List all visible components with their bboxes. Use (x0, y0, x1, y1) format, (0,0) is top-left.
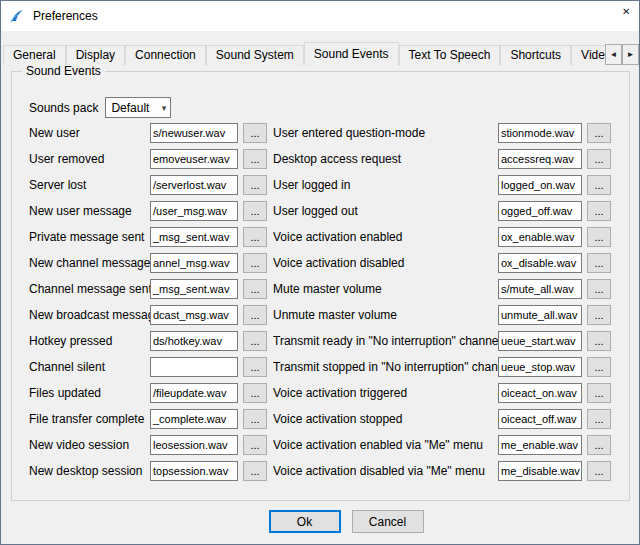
sound-file-input[interactable]: _msg_sent.wav (150, 227, 238, 247)
tab-general[interactable]: General (3, 45, 66, 65)
sound-event-row: Voice activation triggered oiceact_on.wa… (273, 380, 611, 406)
sound-file-input[interactable]: unmute_all.wav (498, 305, 582, 325)
sound-file-input[interactable]: me_enable.wav (498, 435, 582, 455)
sound-event-row: Server lost /serverlost.wav ... (29, 172, 267, 198)
browse-button[interactable]: ... (243, 123, 267, 143)
sound-event-row: User entered question-mode stionmode.wav… (273, 120, 611, 146)
browse-button[interactable]: ... (243, 435, 267, 455)
sound-event-label: Voice activation disabled via "Me" menu (273, 464, 498, 478)
sound-file-input[interactable]: ds/hotkey.wav (150, 331, 238, 351)
browse-button[interactable]: ... (243, 253, 267, 273)
sounds-pack-select[interactable]: Default ▾ (105, 97, 171, 118)
sound-event-label: Private message sent (29, 230, 150, 244)
browse-button[interactable]: ... (587, 357, 611, 377)
sound-file-input[interactable]: oiceact_on.wav (498, 383, 582, 403)
tab-bar: General Display Connection Sound System … (3, 42, 639, 65)
sound-file-input[interactable]: annel_msg.wav (150, 253, 238, 273)
sound-event-row: File transfer complete _complete.wav ... (29, 406, 267, 432)
browse-button[interactable]: ... (243, 409, 267, 429)
dialog-footer: Ok Cancel (1, 510, 639, 533)
tab-scroll-right-icon[interactable]: ► (622, 44, 639, 65)
sound-event-row: Hotkey pressed ds/hotkey.wav ... (29, 328, 267, 354)
sound-file-input[interactable]: s/newuser.wav (150, 123, 238, 143)
tab-shortcuts[interactable]: Shortcuts (500, 45, 571, 65)
sound-event-row: Voice activation enabled ox_enable.wav .… (273, 224, 611, 250)
browse-button[interactable]: ... (243, 201, 267, 221)
tab-display[interactable]: Display (66, 45, 125, 65)
sound-file-input[interactable]: ox_disable.wav (498, 253, 582, 273)
browse-button[interactable]: ... (243, 149, 267, 169)
sound-events-column-left: New user s/newuser.wav ... User removed … (29, 120, 267, 484)
browse-button[interactable]: ... (243, 357, 267, 377)
browse-button[interactable]: ... (587, 383, 611, 403)
sound-file-input[interactable]: stionmode.wav (498, 123, 582, 143)
sound-file-input[interactable]: ox_enable.wav (498, 227, 582, 247)
sound-file-input[interactable]: s/mute_all.wav (498, 279, 582, 299)
sound-file-input[interactable]: logged_on.wav (498, 175, 582, 195)
sound-event-row: User logged out ogged_off.wav ... (273, 198, 611, 224)
sound-event-row: New channel message annel_msg.wav ... (29, 250, 267, 276)
sound-event-row: New broadcast message dcast_msg.wav ... (29, 302, 267, 328)
sound-file-input[interactable] (150, 357, 238, 377)
browse-button[interactable]: ... (587, 461, 611, 481)
sound-file-input[interactable]: leosession.wav (150, 435, 238, 455)
sound-file-input[interactable]: emoveuser.wav (150, 149, 238, 169)
browse-button[interactable]: ... (243, 305, 267, 325)
sound-event-row: Channel silent ... (29, 354, 267, 380)
sound-file-input[interactable]: oiceact_off.wav (498, 409, 582, 429)
sound-event-row: Voice activation disabled via "Me" menu … (273, 458, 611, 484)
tab-label: Sound System (216, 48, 294, 62)
sound-event-row: New user s/newuser.wav ... (29, 120, 267, 146)
browse-button[interactable]: ... (243, 175, 267, 195)
browse-button[interactable]: ... (587, 227, 611, 247)
sound-event-row: Files updated /fileupdate.wav ... (29, 380, 267, 406)
browse-button[interactable]: ... (587, 409, 611, 429)
sound-file-input[interactable]: _msg_sent.wav (150, 279, 238, 299)
sound-file-input[interactable]: /fileupdate.wav (150, 383, 238, 403)
sound-event-row: New video session leosession.wav ... (29, 432, 267, 458)
browse-button[interactable]: ... (587, 435, 611, 455)
cancel-button[interactable]: Cancel (352, 510, 424, 533)
tab-connection[interactable]: Connection (125, 45, 206, 65)
sound-event-row: Transmit ready in "No interruption" chan… (273, 328, 611, 354)
browse-button[interactable]: ... (243, 383, 267, 403)
tab-text-to-speech[interactable]: Text To Speech (399, 45, 501, 65)
browse-button[interactable]: ... (243, 227, 267, 247)
sound-file-input[interactable]: accessreq.wav (498, 149, 582, 169)
browse-button[interactable]: ... (587, 175, 611, 195)
tab-sound-system[interactable]: Sound System (206, 45, 304, 65)
app-icon (9, 8, 25, 24)
browse-button[interactable]: ... (587, 305, 611, 325)
sound-file-input[interactable]: topsession.wav (150, 461, 238, 481)
sound-file-input[interactable]: dcast_msg.wav (150, 305, 238, 325)
browse-button[interactable]: ... (587, 253, 611, 273)
title-bar: Preferences ✕ (1, 1, 639, 31)
browse-button[interactable]: ... (587, 331, 611, 351)
sound-file-input[interactable]: /user_msg.wav (150, 201, 238, 221)
sound-file-input[interactable]: _complete.wav (150, 409, 238, 429)
tab-sound-events[interactable]: Sound Events (304, 42, 399, 65)
sound-event-label: User logged out (273, 204, 498, 218)
close-icon[interactable]: ✕ (616, 4, 630, 18)
sound-file-input[interactable]: ueue_start.wav (498, 331, 582, 351)
browse-button[interactable]: ... (587, 149, 611, 169)
sound-event-label: User logged in (273, 178, 498, 192)
sound-file-input[interactable]: me_disable.wav (498, 461, 582, 481)
browse-button[interactable]: ... (587, 279, 611, 299)
sound-file-input[interactable]: /serverlost.wav (150, 175, 238, 195)
group-title: Sound Events (22, 64, 105, 78)
sound-event-label: Voice activation enabled via "Me" menu (273, 438, 498, 452)
browse-button[interactable]: ... (243, 331, 267, 351)
browse-button[interactable]: ... (243, 461, 267, 481)
sound-event-row: Desktop access request accessreq.wav ... (273, 146, 611, 172)
browse-button[interactable]: ... (587, 123, 611, 143)
sound-event-label: Voice activation triggered (273, 386, 498, 400)
sound-file-input[interactable]: ogged_off.wav (498, 201, 582, 221)
sound-event-label: Hotkey pressed (29, 334, 150, 348)
tab-scroll-left-icon[interactable]: ◄ (605, 44, 622, 65)
browse-button[interactable]: ... (587, 201, 611, 221)
ok-button[interactable]: Ok (269, 510, 341, 533)
sound-file-input[interactable]: ueue_stop.wav (498, 357, 582, 377)
browse-button[interactable]: ... (243, 279, 267, 299)
sound-event-row: New user message /user_msg.wav ... (29, 198, 267, 224)
